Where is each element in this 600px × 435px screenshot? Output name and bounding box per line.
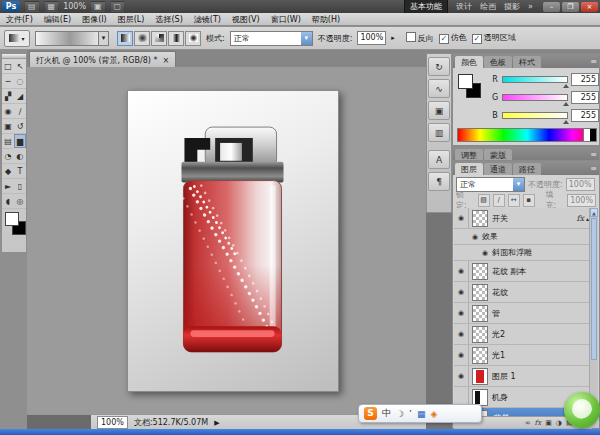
ime-keyboard-icon[interactable]: ▦ [417,409,426,419]
blur-tool[interactable]: ◔ [2,149,14,164]
character-panel-icon[interactable]: A [428,150,450,169]
layer-name[interactable]: 管 [492,308,500,319]
layer-thumbnail[interactable] [472,326,488,343]
reflected-gradient-button[interactable] [168,31,184,46]
crop-tool[interactable]: ▞ [2,89,14,104]
layer-row-effects[interactable]: ◉ 效果 [454,229,592,245]
rectangular-marquee-tool[interactable]: □ [2,59,14,74]
layer-opacity-input[interactable]: 100% [566,178,595,191]
red-slider[interactable] [502,76,568,83]
visibility-toggle[interactable]: ◉ [454,261,469,281]
lock-all-icon[interactable]: ▪ [523,194,535,207]
fill-input[interactable]: 100% [567,194,596,207]
hand-tool[interactable]: ◖ [2,194,14,209]
visibility-toggle[interactable]: ◉ [468,229,482,244]
opacity-spinner-icon[interactable]: ▸ [391,34,395,42]
color-spectrum-ramp[interactable] [457,128,597,142]
layer-thumbnail[interactable] [472,368,488,385]
workspace-design-button[interactable]: 设计 [456,1,472,12]
move-tool[interactable]: ↖ [14,59,26,74]
minimize-button[interactable]: – [543,2,560,12]
ime-logo[interactable]: S [364,407,377,420]
photoshop-logo[interactable]: Ps [2,1,20,12]
layer-row-bevel-emboss[interactable]: ◉ 斜面和浮雕 [454,245,592,261]
windows-taskbar-edge[interactable] [0,429,600,435]
ime-mode-icon[interactable]: 中 [382,407,391,420]
canvas-area[interactable] [27,67,426,414]
layer-row-tube[interactable]: ◉ 管 [454,303,592,324]
zoom-tool[interactable]: ◎ [14,194,26,209]
status-zoom-input[interactable]: 100% [97,416,128,429]
document-canvas[interactable] [127,90,339,392]
fx-badge[interactable]: fx [577,214,584,223]
layer-name[interactable]: 机身 [492,392,508,403]
transparency-checkbox[interactable]: ✓透明区域 [472,32,516,44]
layer-comps-panel-icon[interactable]: ▥ [428,123,450,142]
layer-row-layer1[interactable]: ◉ 图层 1 [454,366,592,387]
layer-row-switch[interactable]: ◉ 开关 fx▴ [454,208,592,229]
type-tool[interactable]: T [14,164,26,179]
scroll-up-icon[interactable]: ▲ [590,208,598,217]
blue-slider[interactable] [502,112,568,119]
dodge-tool[interactable]: ◐ [14,149,26,164]
menu-help[interactable]: 帮助(H) [312,14,340,25]
layer-style-icon[interactable]: fx [535,419,542,427]
layer-name[interactable]: 开关 [492,213,508,224]
layer-name[interactable]: 花纹 [492,287,508,298]
history-brush-tool[interactable]: ↺ [14,119,26,134]
menu-edit[interactable]: 编辑(E) [44,14,71,25]
layer-name[interactable]: 图层 1 [492,371,516,382]
visibility-toggle[interactable]: ◉ [478,245,492,260]
ime-toolbox-icon[interactable]: ◈ [430,409,437,419]
spectrum-end-swatches[interactable] [583,128,597,142]
lock-move-icon[interactable]: ↔ [508,194,520,207]
path-selection-tool[interactable]: ► [2,179,14,194]
ime-toolbar[interactable]: S 中 ☽ ’ ▦ ◈ [358,404,482,423]
menu-image[interactable]: 图像(I) [82,14,107,25]
layer-row-pattern[interactable]: ◉ 花纹 [454,282,592,303]
pen-tool[interactable]: ◆ [2,164,14,179]
gradient-dropdown-icon[interactable]: ▾ [99,31,109,46]
green-value-input[interactable]: 255 [571,91,599,104]
angle-gradient-button[interactable] [151,31,167,46]
layer-thumbnail[interactable] [472,389,488,406]
status-options-icon[interactable]: ▶ [214,419,219,427]
layer-row-light2[interactable]: ◉ 光2 [454,324,592,345]
workspace-painting-button[interactable]: 绘画 [480,1,496,12]
scrollbar-thumb[interactable] [591,218,597,360]
workspace-more-icon[interactable]: » [528,2,533,11]
link-layers-icon[interactable]: ∞ [525,419,531,427]
lasso-tool[interactable]: ∽ [2,74,14,89]
visibility-toggle[interactable]: ◉ [454,303,469,323]
foreground-color-swatch[interactable] [458,74,473,89]
tool-preset-picker[interactable]: ▾ [4,30,30,47]
visibility-toggle[interactable]: ◉ [454,208,469,228]
tab-paths[interactable]: 路径 [513,163,541,175]
visibility-toggle[interactable]: ◉ [454,345,469,365]
layer-thumbnail[interactable] [472,263,488,280]
menu-layer[interactable]: 图层(L) [118,14,145,25]
lock-paint-icon[interactable]: ∕ [493,194,505,207]
layer-row-light1[interactable]: ◉ 光1 [454,345,592,366]
eraser-tool[interactable]: ▤ [2,134,14,149]
tab-channels[interactable]: 通道 [484,163,512,175]
clone-source-panel-icon[interactable]: ▣ [428,101,450,120]
layer-name[interactable]: 花纹 副本 [492,266,527,277]
menu-view[interactable]: 视图(V) [232,14,260,25]
menu-file[interactable]: 文件(F) [6,14,33,25]
tab-layers[interactable]: 图层 [455,163,483,175]
blend-mode-select[interactable]: 正常 ▾ [230,31,313,46]
red-value-input[interactable]: 255 [571,73,599,86]
menu-window[interactable]: 窗口(W) [271,14,301,25]
history-panel-icon[interactable]: ↻ [428,57,450,76]
tab-color[interactable]: 颜色 [455,56,483,68]
opacity-input[interactable]: 100% [357,31,386,45]
foreground-color-swatch[interactable] [5,212,19,226]
lock-transparency-icon[interactable]: ▨ [478,194,490,207]
panel-menu-icon[interactable]: ≡ [590,56,597,68]
workspace-photo-button[interactable]: 摄影 [504,1,520,12]
layer-thumbnail[interactable] [472,347,488,364]
panel-menu-icon[interactable]: ≡ [590,163,597,175]
gradient-tool[interactable]: ▆ [14,134,26,148]
reverse-checkbox[interactable]: 反向 [406,32,434,44]
